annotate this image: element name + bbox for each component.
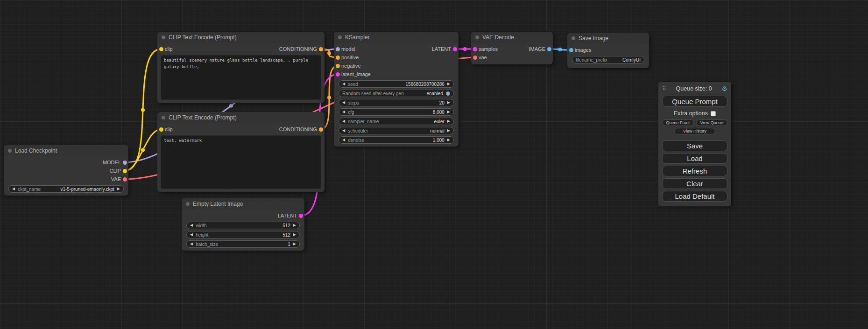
increment-arrow-icon[interactable]: ▶ [447, 82, 450, 86]
increment-arrow-icon[interactable]: ▶ [447, 119, 450, 123]
decrement-arrow-icon[interactable]: ◀ [190, 233, 193, 237]
drag-handle-icon[interactable]: ⠿ [662, 85, 666, 92]
port-vae-input[interactable] [473, 56, 477, 60]
collapse-dot[interactable] [8, 149, 12, 153]
increment-arrow-icon[interactable]: ▶ [293, 224, 296, 227]
node-titlebar[interactable]: Save Image [567, 33, 649, 44]
widget-scheduler[interactable]: ◀ scheduler normal ▶ [339, 127, 454, 134]
port-latent-output[interactable] [453, 47, 457, 51]
node-titlebar[interactable]: VAE Decode [471, 32, 553, 43]
node-vae-decode[interactable]: VAE Decode samples IMAGE vae [471, 32, 553, 64]
widget-value: normal [430, 128, 445, 133]
node-titlebar[interactable]: Empty Latent Image [182, 198, 304, 210]
graph-canvas[interactable]: { "colors": { "MODEL": "#B39DDB", "CLIP"… [0, 0, 868, 329]
collapse-dot[interactable] [475, 35, 479, 39]
port-clip-input[interactable] [159, 47, 163, 51]
widget-steps[interactable]: ◀ steps 20 ▶ [339, 99, 454, 106]
widget-cfg[interactable]: ◀ cfg 8.000 ▶ [339, 108, 454, 116]
port-vae-output[interactable] [123, 177, 127, 182]
queue-prompt-button[interactable]: Queue Prompt [662, 96, 727, 107]
widget-height[interactable]: ◀ height 512 ▶ [186, 231, 300, 238]
widget-width[interactable]: ◀ width 512 ▶ [186, 222, 300, 229]
node-empty-latent-image[interactable]: Empty Latent Image LATENT ◀ width 512 ▶ … [182, 198, 304, 251]
collapse-dot[interactable] [162, 116, 165, 119]
increment-arrow-icon[interactable]: ▶ [293, 233, 296, 237]
port-conditioning-output[interactable] [319, 127, 323, 132]
collapse-dot[interactable] [186, 202, 190, 206]
widget-value: 512 [282, 232, 290, 238]
increment-arrow-icon[interactable]: ▶ [447, 129, 450, 133]
slot-row: clip CONDITIONING [157, 125, 325, 133]
increment-arrow-icon[interactable]: ▶ [447, 101, 450, 105]
widget-value: 20 [439, 100, 445, 105]
port-clip-input[interactable] [159, 127, 163, 132]
output-label-latent: LATENT [278, 213, 297, 218]
decrement-arrow-icon[interactable]: ◀ [342, 119, 345, 123]
positive-prompt-textarea[interactable]: beautiful scenery nature glass bottle la… [161, 55, 321, 100]
port-clip-output[interactable] [123, 169, 127, 173]
decrement-arrow-icon[interactable]: ◀ [342, 82, 345, 86]
toggle-dot[interactable] [446, 91, 450, 96]
widget-ckpt-name[interactable]: ◀ ckpt_name v1-5-pruned-emaonly.ckpt ▶ [8, 185, 124, 193]
output-label-latent: LATENT [432, 46, 451, 52]
node-clip-text-encode-positive[interactable]: CLIP Text Encode (Prompt) clip CONDITION… [157, 32, 325, 103]
collapse-dot[interactable] [162, 35, 165, 39]
port-model-output[interactable] [123, 161, 127, 165]
negative-prompt-textarea[interactable]: text, watermark [161, 135, 321, 189]
widget-label: width [196, 223, 206, 228]
widget-random-seed-toggle[interactable]: Random seed after every gen enabled [339, 90, 454, 97]
output-label-clip: CLIP [110, 168, 121, 174]
decrement-arrow-icon[interactable]: ◀ [342, 110, 345, 114]
load-button[interactable]: Load [662, 153, 727, 164]
port-latent-image-input[interactable] [336, 72, 340, 77]
refresh-button[interactable]: Refresh [662, 166, 727, 176]
widget-batch-size[interactable]: ◀ batch_size 1 ▶ [186, 240, 300, 248]
node-titlebar[interactable]: Load Checkpoint [4, 145, 128, 156]
node-titlebar[interactable]: CLIP Text Encode (Prompt) [157, 32, 325, 43]
port-conditioning-output[interactable] [319, 47, 323, 51]
port-positive-input[interactable] [336, 56, 340, 60]
widget-filename-prefix[interactable]: filename_prefix ComfyUI [572, 56, 644, 63]
clear-button[interactable]: Clear [662, 178, 727, 189]
extra-options-checkbox[interactable] [711, 111, 716, 116]
widget-seed[interactable]: ◀ seed 156680208700286 ▶ [339, 80, 454, 88]
queue-front-button[interactable]: Queue Front [662, 119, 694, 126]
collapse-dot[interactable] [572, 36, 575, 40]
widget-sampler-name[interactable]: ◀ sampler_name euler ▶ [339, 118, 454, 125]
widget-value: ComfyUI [622, 57, 641, 63]
wire-latent-to-vae-mid-dot [463, 47, 467, 51]
settings-gear-icon[interactable]: ⚙ [721, 85, 727, 92]
decrement-arrow-icon[interactable]: ◀ [342, 129, 345, 133]
input-label-latent-image: latent_image [341, 71, 371, 77]
increment-arrow-icon[interactable]: ▶ [293, 242, 296, 246]
port-images-input[interactable] [569, 48, 573, 52]
increment-arrow-icon[interactable]: ▶ [117, 187, 120, 191]
port-negative-input[interactable] [336, 64, 340, 68]
queue-menu-panel: ⠿ Queue size: 0 ⚙ Queue Prompt Extra opt… [658, 82, 731, 206]
node-titlebar[interactable]: KSampler [334, 32, 459, 43]
decrement-arrow-icon[interactable]: ◀ [190, 242, 193, 246]
widget-denoise[interactable]: ◀ denoise 1.000 ▶ [339, 136, 454, 144]
view-queue-button[interactable]: View Queue [696, 119, 728, 126]
view-history-button[interactable]: View History [674, 128, 715, 134]
save-button[interactable]: Save [662, 140, 727, 151]
node-load-checkpoint[interactable]: Load Checkpoint MODEL CLIP VAE ◀ ckpt_na… [4, 145, 128, 196]
slot-row: vae [471, 53, 553, 62]
node-titlebar[interactable]: CLIP Text Encode (Prompt) [157, 112, 325, 123]
node-clip-text-encode-negative[interactable]: CLIP Text Encode (Prompt) clip CONDITION… [157, 112, 325, 192]
port-samples-input[interactable] [473, 47, 477, 51]
decrement-arrow-icon[interactable]: ◀ [342, 138, 345, 142]
port-model-input[interactable] [336, 47, 340, 51]
node-save-image[interactable]: Save Image images filename_prefix ComfyU… [567, 33, 649, 68]
port-image-output[interactable] [547, 47, 551, 51]
decrement-arrow-icon[interactable]: ◀ [342, 101, 345, 105]
port-latent-output[interactable] [299, 214, 303, 218]
load-default-button[interactable]: Load Default [662, 191, 727, 202]
decrement-arrow-icon[interactable]: ◀ [12, 187, 15, 191]
slot-row: CLIP [4, 167, 128, 175]
increment-arrow-icon[interactable]: ▶ [447, 110, 450, 114]
collapse-dot[interactable] [338, 35, 342, 39]
decrement-arrow-icon[interactable]: ◀ [190, 224, 193, 227]
node-ksampler[interactable]: KSampler model LATENT positive negative … [334, 32, 459, 147]
increment-arrow-icon[interactable]: ▶ [447, 138, 450, 142]
